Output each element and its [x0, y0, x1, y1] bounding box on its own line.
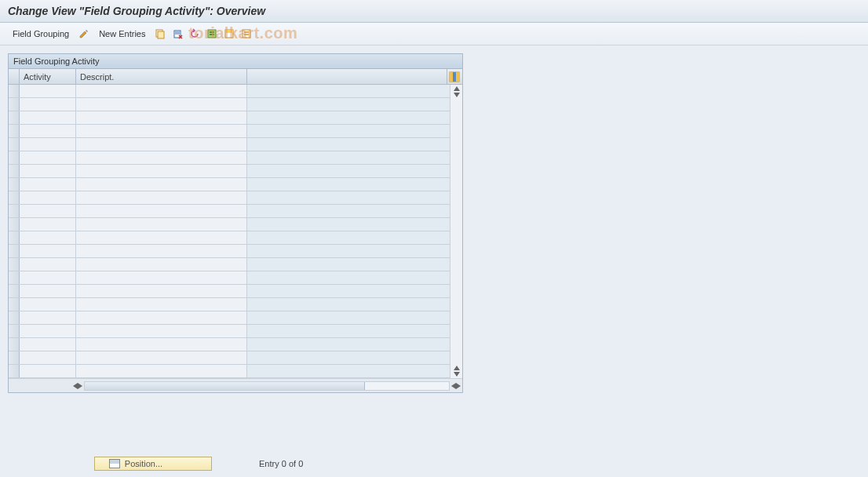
cell-descript[interactable]: [76, 285, 247, 297]
table-row: [9, 271, 450, 285]
scroll-down-icon[interactable]: [454, 372, 460, 377]
cell-descript[interactable]: [76, 205, 247, 217]
cell-descript[interactable]: [76, 325, 247, 337]
row-selector[interactable]: [9, 178, 20, 191]
cell-descript[interactable]: [76, 138, 247, 151]
position-button[interactable]: Position...: [94, 457, 212, 471]
cell-activity[interactable]: [20, 178, 76, 191]
svg-rect-7: [210, 34, 214, 35]
cell-descript[interactable]: [76, 351, 247, 364]
cell-activity[interactable]: [20, 218, 76, 231]
h-scroll-track[interactable]: [84, 381, 450, 391]
cell-activity[interactable]: [20, 138, 76, 151]
cell-activity[interactable]: [20, 311, 76, 324]
select-block-icon[interactable]: [222, 27, 236, 41]
row-selector[interactable]: [9, 338, 20, 351]
cell-descript[interactable]: [76, 151, 247, 164]
table-row: [9, 165, 450, 178]
row-selector[interactable]: [9, 165, 20, 177]
row-selector[interactable]: [9, 285, 20, 297]
cell-descript[interactable]: [76, 231, 247, 244]
cell-descript[interactable]: [76, 111, 247, 124]
scroll-down-icon[interactable]: [454, 93, 460, 97]
cell-activity[interactable]: [20, 271, 76, 284]
delete-icon[interactable]: [170, 27, 184, 41]
row-selector[interactable]: [9, 85, 20, 97]
row-selector[interactable]: [9, 138, 20, 151]
cell-activity[interactable]: [20, 151, 76, 164]
row-selector[interactable]: [9, 311, 20, 324]
cell-activity[interactable]: [20, 111, 76, 124]
row-selector[interactable]: [9, 245, 20, 257]
cell-activity[interactable]: [20, 365, 76, 377]
cell-descript[interactable]: [76, 298, 247, 311]
cell-activity[interactable]: [20, 325, 76, 337]
table-config-icon[interactable]: [447, 69, 461, 84]
cell-descript[interactable]: [76, 98, 247, 111]
table-header: Activity Descript.: [9, 69, 462, 85]
table-row: [9, 85, 450, 98]
vertical-scrollbar[interactable]: [450, 85, 462, 378]
cell-descript[interactable]: [76, 311, 247, 324]
cell-activity[interactable]: [20, 285, 76, 297]
cell-activity[interactable]: [20, 258, 76, 271]
cell-activity[interactable]: [20, 351, 76, 364]
select-all-icon[interactable]: [205, 27, 219, 41]
deselect-all-icon[interactable]: [239, 27, 253, 41]
select-all-rows[interactable]: [9, 69, 20, 84]
table-row: [9, 351, 450, 365]
cell-activity[interactable]: [20, 338, 76, 351]
cell-descript[interactable]: [76, 245, 247, 257]
row-selector[interactable]: [9, 325, 20, 337]
cell-activity[interactable]: [20, 165, 76, 177]
row-selector[interactable]: [9, 218, 20, 231]
row-selector[interactable]: [9, 111, 20, 124]
cell-descript[interactable]: [76, 85, 247, 97]
cell-activity[interactable]: [20, 205, 76, 217]
horizontal-scrollbar[interactable]: [9, 378, 462, 392]
scroll-right-icon[interactable]: [78, 383, 82, 389]
position-icon: [109, 459, 120, 468]
copy-icon[interactable]: [153, 27, 167, 41]
new-entries-button[interactable]: New Entries: [94, 27, 150, 40]
row-selector[interactable]: [9, 298, 20, 311]
row-selector[interactable]: [9, 191, 20, 204]
change-icon[interactable]: [77, 27, 91, 41]
row-selector[interactable]: [9, 258, 20, 271]
cell-descript[interactable]: [76, 338, 247, 351]
cell-descript[interactable]: [76, 271, 247, 284]
row-selector[interactable]: [9, 205, 20, 217]
cell-activity[interactable]: [20, 231, 76, 244]
row-selector[interactable]: [9, 271, 20, 284]
field-grouping-menu[interactable]: Field Grouping: [8, 27, 74, 40]
cell-activity[interactable]: [20, 191, 76, 204]
table-row: [9, 311, 450, 325]
cell-descript[interactable]: [76, 178, 247, 191]
cell-descript[interactable]: [76, 258, 247, 271]
scroll-right-icon[interactable]: [456, 383, 461, 389]
cell-descript[interactable]: [76, 218, 247, 231]
row-selector[interactable]: [9, 98, 20, 111]
cell-descript[interactable]: [76, 191, 247, 204]
table-row: [9, 178, 450, 191]
undo-icon[interactable]: [188, 27, 202, 41]
cell-activity[interactable]: [20, 125, 76, 137]
table-row: [9, 298, 450, 311]
cell-activity[interactable]: [20, 85, 76, 97]
row-selector[interactable]: [9, 231, 20, 244]
scroll-up-icon[interactable]: [454, 86, 460, 91]
column-header-descript[interactable]: Descript.: [76, 69, 247, 84]
column-header-activity[interactable]: Activity: [20, 69, 76, 84]
cell-activity[interactable]: [20, 245, 76, 257]
h-scroll-thumb[interactable]: [85, 382, 365, 390]
cell-descript[interactable]: [76, 365, 247, 377]
cell-activity[interactable]: [20, 98, 76, 111]
row-selector[interactable]: [9, 151, 20, 164]
cell-descript[interactable]: [76, 125, 247, 137]
cell-descript[interactable]: [76, 165, 247, 177]
row-selector[interactable]: [9, 351, 20, 364]
cell-activity[interactable]: [20, 298, 76, 311]
row-selector[interactable]: [9, 125, 20, 137]
row-selector[interactable]: [9, 365, 20, 377]
scroll-up-icon[interactable]: [454, 366, 460, 370]
